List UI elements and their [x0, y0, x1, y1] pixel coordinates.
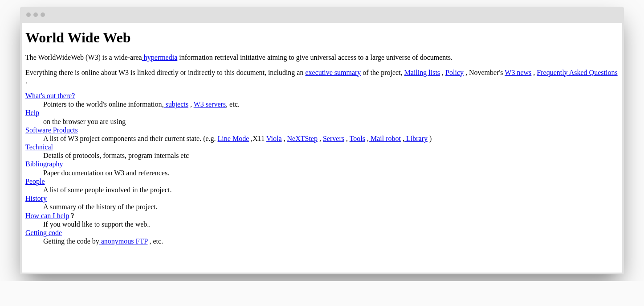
help-link[interactable]: Help: [25, 109, 39, 116]
faq-link[interactable]: Frequently Asked Questions: [537, 69, 617, 76]
mail-robot-link[interactable]: Mail robot: [369, 135, 401, 142]
desc-text: A summary of the history of the project.: [43, 203, 158, 211]
list-term: Getting code: [25, 228, 619, 237]
page-title: World Wide Web: [25, 29, 619, 46]
list-description: A summary of the history of the project.: [43, 203, 619, 211]
executive-summary-link[interactable]: executive summary: [305, 69, 361, 76]
technical-link[interactable]: Technical: [25, 143, 53, 151]
page-content: World Wide Web The WorldWideWeb (W3) is …: [22, 23, 622, 273]
line-mode-link[interactable]: Line Mode: [218, 135, 249, 142]
subjects-link[interactable]: subjects: [163, 100, 188, 108]
list-term: People: [25, 177, 619, 186]
list-description: If you would like to support the web..: [43, 220, 619, 228]
people-link[interactable]: People: [25, 178, 45, 185]
p2-text: of the project,: [361, 69, 404, 76]
overview-paragraph: Everything there is online about W3 is l…: [25, 68, 619, 85]
w3-servers-link[interactable]: W3 servers: [194, 100, 226, 108]
p2-text: , November's: [464, 69, 505, 76]
desc-text: ): [428, 135, 432, 142]
list-description: Pointers to the world's online informati…: [43, 100, 619, 108]
term-suffix: ?: [69, 212, 74, 219]
titlebar: [20, 7, 624, 23]
tools-link[interactable]: Tools: [350, 135, 365, 142]
desc-text: ,X11: [249, 135, 266, 142]
desc-text: A list of some people involved in the pr…: [43, 186, 171, 194]
desc-text: Getting the code by: [43, 237, 99, 245]
how-can-i-help-link[interactable]: How can I help: [25, 212, 69, 219]
viola-link[interactable]: Viola: [266, 135, 282, 142]
list-term: What's out there?: [25, 91, 619, 100]
desc-text: Details of protocols, formats, program i…: [43, 152, 189, 159]
topic-list: What's out there?Pointers to the world's…: [25, 91, 619, 245]
close-icon[interactable]: [26, 12, 31, 17]
list-description: A list of W3 project components and thei…: [43, 134, 619, 143]
servers-link[interactable]: Servers: [323, 135, 344, 142]
minimize-icon[interactable]: [33, 12, 38, 17]
browser-window: World Wide Web The WorldWideWeb (W3) is …: [20, 7, 624, 274]
desc-text: , etc.: [148, 237, 163, 245]
list-term: How can I help ?: [25, 211, 619, 220]
intro-paragraph: The WorldWideWeb (W3) is a wide-area hyp…: [25, 53, 619, 62]
desc-text: , etc.: [226, 100, 240, 108]
intro-text-pre: The WorldWideWeb (W3) is a wide-area: [25, 54, 142, 61]
desc-text: Pointers to the world's online informati…: [43, 100, 163, 108]
getting-code-link[interactable]: Getting code: [25, 229, 62, 236]
desc-text: ,: [188, 100, 194, 108]
what-s-out-there-link[interactable]: What's out there?: [25, 92, 75, 99]
list-description: Paper documentation on W3 and references…: [43, 169, 619, 177]
desc-text: A list of W3 project components and thei…: [43, 135, 218, 142]
library-link[interactable]: Library: [404, 135, 428, 142]
list-description: A list of some people involved in the pr…: [43, 186, 619, 194]
p2-text: ,: [440, 69, 445, 76]
desc-text: Paper documentation on W3 and references…: [43, 169, 169, 177]
list-term: Help: [25, 108, 619, 117]
history-link[interactable]: History: [25, 194, 47, 202]
mailing-lists-link[interactable]: Mailing lists: [404, 69, 440, 76]
p2-text: ,: [531, 69, 537, 76]
desc-text: ,: [282, 135, 287, 142]
desc-text: ,: [318, 135, 323, 142]
list-term: Technical: [25, 143, 619, 151]
list-term: Bibliography: [25, 160, 619, 168]
p2-text: .: [25, 77, 27, 85]
list-term: Software Products: [25, 126, 619, 134]
desc-text: If you would like to support the web..: [43, 220, 151, 228]
maximize-icon[interactable]: [41, 12, 45, 17]
w3-news-link[interactable]: W3 news: [505, 69, 531, 76]
intro-text-post: information retrieval initiative aiming …: [177, 54, 452, 61]
software-products-link[interactable]: Software Products: [25, 126, 78, 134]
p2-text: Everything there is online about W3 is l…: [25, 69, 305, 76]
desc-text: ,: [401, 135, 404, 142]
desc-text: ,: [365, 135, 369, 142]
policy-link[interactable]: Policy: [445, 69, 464, 76]
anonymous-ftp-link[interactable]: anonymous FTP: [99, 237, 148, 245]
list-description: on the browser you are using: [43, 117, 619, 126]
desc-text: on the browser you are using: [43, 118, 126, 125]
desc-text: ,: [344, 135, 350, 142]
hypermedia-link[interactable]: hypermedia: [142, 54, 178, 61]
list-description: Getting the code by anonymous FTP , etc.: [43, 237, 619, 245]
nextstep-link[interactable]: NeXTStep: [287, 135, 318, 142]
bibliography-link[interactable]: Bibliography: [25, 160, 63, 168]
list-description: Details of protocols, formats, program i…: [43, 151, 619, 160]
list-term: History: [25, 194, 619, 203]
